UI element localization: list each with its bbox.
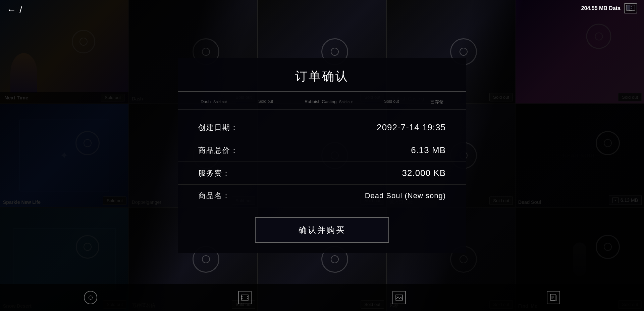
bottom-nav	[0, 284, 644, 311]
order-value-date: 2092-7-14 19:35	[377, 122, 446, 133]
nav-vinyl-icon[interactable]	[84, 291, 97, 304]
order-value-product: Dead Soul (New song)	[365, 191, 446, 200]
svg-rect-8	[247, 296, 248, 297]
order-row-product: 商品名： Dead Soul (New song)	[178, 185, 466, 207]
confirm-purchase-button[interactable]: 确认并购买	[255, 217, 389, 243]
slash-divider: /	[19, 5, 22, 15]
svg-rect-9	[247, 298, 248, 299]
order-label-service: 服务费：	[198, 168, 259, 178]
svg-rect-5	[241, 295, 248, 300]
data-indicator: 204.55 MB Data	[581, 3, 637, 13]
svg-point-11	[397, 296, 398, 297]
top-bar: ← /	[0, 0, 644, 20]
svg-rect-7	[241, 298, 243, 299]
nav-doc-icon[interactable]	[547, 291, 560, 304]
nav-image-icon[interactable]	[392, 291, 406, 304]
nav-film-icon[interactable]	[238, 291, 252, 304]
modal-divider	[178, 91, 466, 92]
order-row-date: 创建日期： 2092-7-14 19:35	[178, 116, 466, 139]
data-label: 204.55 MB Data	[581, 5, 621, 11]
order-label-date: 创建日期：	[198, 123, 259, 133]
tab-sold-dash: Sold out	[213, 100, 227, 104]
order-row-service: 服务费： 32.000 KB	[178, 162, 466, 185]
modal-tab-storage[interactable]: 己存储	[428, 98, 446, 106]
tab-sold-rubbish: Sold out	[339, 100, 353, 104]
modal-tab-2[interactable]: Sold out	[256, 98, 276, 106]
order-row-price: 商品总价： 6.13 MB	[178, 139, 466, 162]
modal-tab-rubbish[interactable]: Rubbish Casting Sold out	[302, 98, 355, 106]
modal-tab-4[interactable]: Sold out	[381, 98, 401, 106]
order-label-price: 商品总价：	[198, 145, 259, 156]
order-value-price: 6.13 MB	[411, 145, 446, 156]
svg-rect-1	[627, 5, 630, 10]
modal-tab-dash[interactable]: Dash Sold out	[198, 98, 229, 106]
modal-tabs: Dash Sold out Sold out Rubbish Casting S…	[178, 95, 466, 109]
modal-title: 订单确认	[178, 58, 466, 91]
order-label-product: 商品名：	[198, 191, 259, 201]
back-button[interactable]: ←	[7, 5, 16, 15]
svg-rect-2	[631, 6, 632, 7]
order-value-service: 32.000 KB	[402, 168, 446, 178]
data-icon	[624, 3, 637, 13]
svg-rect-3	[631, 8, 632, 9]
svg-rect-10	[396, 295, 402, 300]
order-modal: 订单确认 Dash Sold out Sold out Rubbish Cast…	[178, 58, 466, 253]
svg-rect-6	[241, 296, 243, 297]
